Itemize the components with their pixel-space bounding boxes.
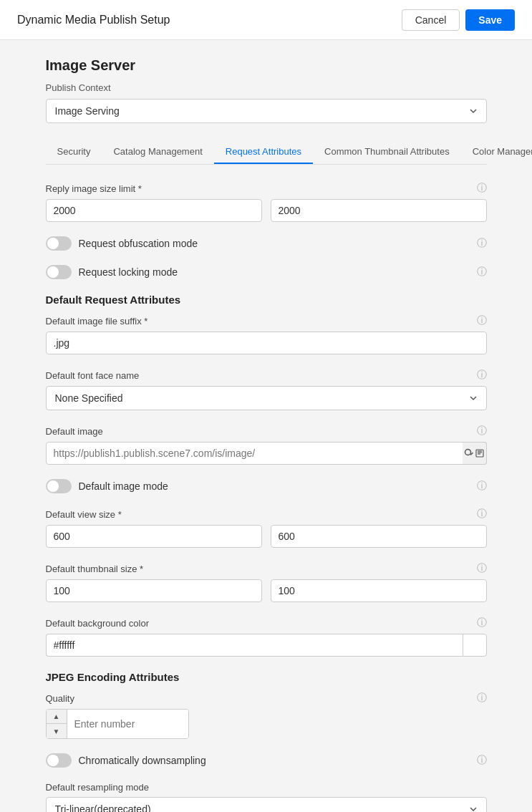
quality-info-icon[interactable]: ⓘ [477,692,487,705]
background-color-input[interactable] [46,634,463,657]
default-resampling-mode-select[interactable]: Tri-linear(deprecated) [46,797,487,812]
chromatically-downsampling-info-icon[interactable]: ⓘ [477,754,487,767]
default-image-mode-label: Default image mode [79,480,168,492]
default-font-face-select[interactable]: None Specified [46,386,487,410]
default-background-color-label: Default background color [46,618,150,629]
quality-input-wrap: ▲ ▼ [46,709,189,739]
default-view-size-label: Default view size * [46,509,122,520]
tab-catalog-management[interactable]: Catalog Management [102,140,213,164]
background-color-row [46,634,487,657]
top-bar-actions: Cancel Save [402,9,515,31]
default-image-mode-toggle[interactable] [46,479,72,493]
reply-image-size-label: Reply image size limit * [46,183,142,194]
default-resampling-mode-label: Default resampling mode [46,782,150,793]
request-obfuscation-label: Request obfuscation mode [79,238,198,249]
request-locking-toggle[interactable] [46,265,72,279]
quality-input[interactable] [67,710,189,738]
reply-image-size-info-icon[interactable]: ⓘ [477,182,487,195]
tab-request-attributes[interactable]: Request Attributes [214,140,313,164]
quality-increment-button[interactable]: ▲ [47,710,67,724]
publish-context-select[interactable]: Image Serving Image Rendering Video [46,99,487,123]
default-view-size-input-2[interactable] [271,525,487,548]
quality-stepper: ▲ ▼ [47,710,67,738]
chromatically-downsampling-toggle[interactable] [46,753,72,768]
request-locking-info-icon[interactable]: ⓘ [477,266,487,279]
save-button[interactable]: Save [465,9,515,31]
default-image-label: Default image [46,426,103,437]
request-locking-label: Request locking mode [79,266,178,278]
cancel-button[interactable]: Cancel [402,9,460,31]
default-image-mode-info-icon[interactable]: ⓘ [477,480,487,493]
default-thumbnail-size-info-icon[interactable]: ⓘ [477,562,487,575]
tab-common-thumbnail[interactable]: Common Thumbnail Attributes [313,140,461,164]
default-image-input-wrap [46,442,487,465]
default-thumbnail-size-input-1[interactable] [46,579,262,602]
default-view-size-info-icon[interactable]: ⓘ [477,508,487,521]
section-title: Image Server [46,57,487,74]
jpeg-encoding-heading: JPEG Encoding Attributes [46,671,487,683]
default-request-attributes-heading: Default Request Attributes [46,294,487,306]
reply-image-size-input-1[interactable] [46,199,262,222]
request-obfuscation-toggle[interactable] [46,236,72,251]
tabs: Security Catalog Management Request Attr… [46,140,487,165]
publish-context-label: Publish Context [46,82,487,93]
quality-decrement-button[interactable]: ▼ [47,724,67,738]
reply-image-size-input-2[interactable] [271,199,487,222]
default-image-search-button[interactable] [463,442,487,465]
default-image-info-icon[interactable]: ⓘ [477,425,487,438]
default-thumbnail-size-input-2[interactable] [271,579,487,602]
default-font-face-name-info-icon[interactable]: ⓘ [477,369,487,382]
default-view-size-input-1[interactable] [46,525,262,548]
top-bar: Dynamic Media Publish Setup Cancel Save [0,0,532,40]
default-image-file-suffix-input[interactable] [46,332,487,354]
request-obfuscation-info-icon[interactable]: ⓘ [477,237,487,250]
page-title: Dynamic Media Publish Setup [17,14,170,26]
default-image-input[interactable] [46,442,487,465]
svg-point-0 [465,450,471,455]
default-background-color-info-icon[interactable]: ⓘ [477,617,487,629]
default-image-file-suffix-info-icon[interactable]: ⓘ [477,314,487,327]
chromatically-downsampling-label: Chromatically downsampling [79,755,206,766]
default-image-file-suffix-label: Default image file suffix * [46,316,148,327]
quality-label: Quality [46,693,74,704]
default-font-face-name-label: Default font face name [46,370,140,381]
default-thumbnail-size-label: Default thumbnail size * [46,564,144,574]
tab-security[interactable]: Security [46,140,102,164]
tab-color-management[interactable]: Color Management Attributes [461,140,532,164]
color-swatch[interactable] [463,634,487,657]
